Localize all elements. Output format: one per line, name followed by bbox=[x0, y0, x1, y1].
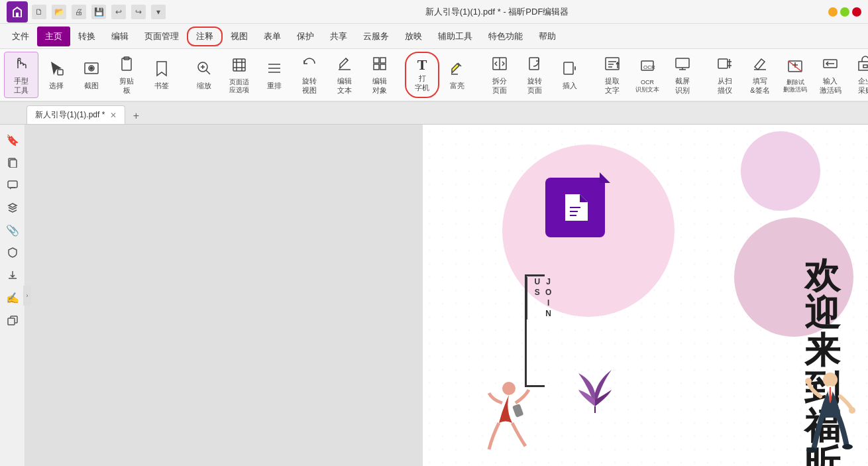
print-icon[interactable]: 🖨 bbox=[72, 5, 86, 19]
typewriter-label: 打字机 bbox=[415, 74, 429, 91]
undo-icon[interactable]: ↩ bbox=[111, 5, 126, 19]
svg-rect-18 bbox=[380, 64, 386, 70]
page-ops-group: 拆分页面 旋转页面 插入 bbox=[482, 52, 587, 98]
logo-icon bbox=[11, 5, 24, 19]
menu-tools[interactable]: 辅助工具 bbox=[430, 27, 480, 46]
delete-trial-label: 删除试删激活码 bbox=[783, 79, 807, 93]
window-controls bbox=[828, 7, 861, 17]
split-button[interactable]: 拆分页面 bbox=[482, 52, 517, 98]
main-tab[interactable]: 新人引导(1)(1).pdf * ✕ bbox=[27, 105, 125, 124]
save-icon[interactable]: 💾 bbox=[91, 5, 106, 19]
sidebar-export[interactable] bbox=[3, 265, 23, 285]
menu-share[interactable]: 共享 bbox=[322, 27, 355, 46]
menu-annotation[interactable]: 注释 bbox=[187, 27, 223, 46]
fillsign-button[interactable]: 填写&签名 bbox=[743, 52, 777, 98]
tab-bar: 新人引导(1)(1).pdf * ✕ + bbox=[0, 102, 868, 125]
menu-play[interactable]: 放映 bbox=[397, 27, 430, 46]
edit-object-icon bbox=[371, 55, 388, 75]
sidebar-copy[interactable] bbox=[3, 310, 23, 330]
extract-text-icon bbox=[604, 55, 621, 75]
svg-point-58 bbox=[849, 407, 855, 414]
fit-page-button[interactable]: 页面适应选项 bbox=[222, 52, 256, 98]
highlight-button[interactable]: 富亮 bbox=[440, 52, 474, 98]
sidebar-comments[interactable] bbox=[3, 175, 23, 195]
sidebar-attachments[interactable]: 📎 bbox=[3, 220, 23, 240]
sidebar-bookmark[interactable]: 🔖 bbox=[3, 130, 23, 150]
hand-tool-button[interactable]: 手型工具 bbox=[4, 52, 38, 98]
screenshot-label: 截图 bbox=[84, 82, 99, 90]
minimize-button[interactable] bbox=[828, 7, 838, 17]
tab-close-button[interactable]: ✕ bbox=[110, 111, 117, 120]
edit-text-button[interactable]: 编辑文本 bbox=[327, 52, 362, 98]
clipboard-icon bbox=[118, 55, 135, 75]
typewriter-button[interactable]: T 打字机 bbox=[405, 52, 439, 98]
menu-view[interactable]: 视图 bbox=[223, 27, 256, 46]
enterprise-button[interactable]: 企业采购 bbox=[848, 52, 868, 98]
menu-table[interactable]: 表单 bbox=[256, 27, 289, 46]
scan-button[interactable]: 从扫描仪 bbox=[708, 52, 742, 98]
highlight-label: 富亮 bbox=[450, 82, 464, 90]
sidebar-security[interactable] bbox=[3, 243, 23, 262]
rotate-page-button[interactable]: 旋转页面 bbox=[517, 52, 552, 98]
sidebar-layers[interactable] bbox=[3, 198, 23, 217]
rotate-view-button[interactable]: 旋转视图 bbox=[292, 52, 327, 98]
close-button[interactable] bbox=[852, 7, 861, 17]
menu-pages[interactable]: 页面管理 bbox=[136, 27, 187, 46]
main-toolbar: 手型工具 选择 截图 bbox=[0, 49, 868, 102]
maximize-button[interactable] bbox=[840, 7, 849, 17]
circle-decoration-small bbox=[741, 131, 820, 211]
edit-object-button[interactable]: 编辑对象 bbox=[362, 52, 397, 98]
svg-rect-50 bbox=[8, 318, 15, 325]
text-extract-group: 提取文字 OCR OCR识别文本 截屏识别 bbox=[595, 52, 700, 98]
menu-file[interactable]: 文件 bbox=[4, 27, 37, 46]
zoom-button[interactable]: 缩放 bbox=[187, 52, 221, 98]
add-tab-button[interactable]: + bbox=[128, 108, 144, 124]
menu-special[interactable]: 特色功能 bbox=[480, 27, 531, 46]
insert-label: 插入 bbox=[563, 82, 577, 90]
ocr-icon: OCR bbox=[639, 57, 656, 77]
svg-rect-46 bbox=[863, 65, 867, 68]
svg-rect-52 bbox=[512, 404, 523, 418]
svg-point-3 bbox=[90, 67, 93, 70]
menu-bar: 文件 主页 转换 编辑 页面管理 注释 视图 表单 保护 共享 云服务 放映 辅… bbox=[0, 24, 868, 49]
menu-edit[interactable]: 编辑 bbox=[103, 27, 136, 46]
dropdown-icon[interactable]: ▾ bbox=[151, 5, 166, 19]
new-icon[interactable]: 🗋 bbox=[32, 5, 46, 19]
menu-protect[interactable]: 保护 bbox=[289, 27, 322, 46]
menu-cloud[interactable]: 云服务 bbox=[355, 27, 397, 46]
svg-point-51 bbox=[502, 382, 515, 395]
screenshot-button[interactable]: 截图 bbox=[74, 52, 109, 98]
sidebar-pages[interactable] bbox=[3, 152, 23, 172]
svg-point-56 bbox=[842, 444, 853, 449]
edit-object-label: 编辑对象 bbox=[372, 77, 387, 94]
menu-help[interactable]: 帮助 bbox=[531, 27, 564, 46]
sidebar-sign[interactable]: ✍ bbox=[3, 288, 23, 308]
clipboard-button[interactable]: 剪贴板 bbox=[109, 52, 144, 98]
split-icon bbox=[491, 55, 508, 75]
hand-tool-label: 手型工具 bbox=[14, 77, 28, 94]
select-label: 选择 bbox=[49, 82, 64, 90]
redo-icon[interactable]: ↪ bbox=[131, 5, 146, 19]
extract-text-button[interactable]: 提取文字 bbox=[595, 52, 629, 98]
reorder-button[interactable]: 重排 bbox=[257, 52, 292, 98]
bookmark-button[interactable]: 书签 bbox=[144, 52, 179, 98]
svg-rect-15 bbox=[374, 58, 379, 63]
input-code-button[interactable]: 输入激活码 bbox=[813, 52, 847, 98]
window-title: 新人引导(1)(1).pdf * - 福昕PDF编辑器 bbox=[425, 6, 569, 18]
delete-trial-button[interactable]: 删除试删激活码 bbox=[778, 52, 812, 98]
select-button[interactable]: 选择 bbox=[39, 52, 74, 98]
menu-home[interactable]: 主页 bbox=[37, 27, 70, 46]
menu-convert[interactable]: 转换 bbox=[70, 27, 103, 46]
screen-capture-icon bbox=[674, 55, 691, 75]
sidebar-expand-button[interactable]: › bbox=[23, 286, 31, 306]
screen-capture-button[interactable]: 截屏识别 bbox=[665, 52, 700, 98]
insert-button[interactable]: 插入 bbox=[553, 52, 587, 98]
fit-page-icon bbox=[231, 56, 248, 76]
zoom-icon bbox=[195, 60, 213, 80]
open-icon[interactable]: 📂 bbox=[52, 5, 66, 19]
tab-label: 新人引导(1)(1).pdf * bbox=[35, 109, 105, 121]
rotate-view-icon bbox=[301, 55, 318, 75]
edit-text-label: 编辑文本 bbox=[337, 77, 352, 94]
ocr-button[interactable]: OCR OCR识别文本 bbox=[630, 52, 665, 98]
svg-point-57 bbox=[805, 378, 812, 384]
